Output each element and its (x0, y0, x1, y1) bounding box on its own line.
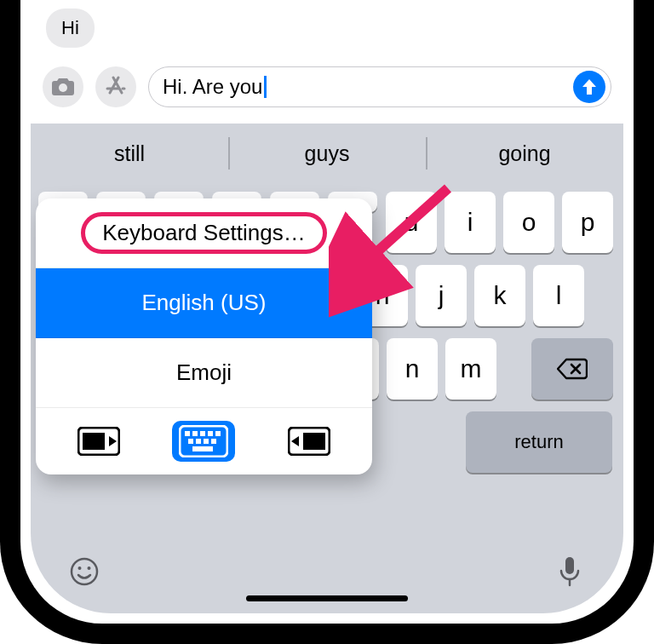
svg-point-18 (78, 566, 82, 570)
key-n[interactable]: n (387, 338, 438, 400)
svg-rect-20 (565, 557, 574, 574)
camera-button[interactable] (43, 66, 83, 107)
key-u[interactable]: u (386, 192, 437, 253)
app-drawer-button[interactable] (95, 66, 136, 107)
backspace-icon (557, 358, 588, 380)
svg-rect-12 (211, 439, 216, 444)
keyboard-switcher-popover: Keyboard Settings… English (US) Emoji (36, 198, 372, 474)
smile-icon (69, 556, 100, 587)
key-o[interactable]: o (503, 192, 554, 253)
camera-icon (51, 78, 75, 96)
appstore-icon (103, 74, 129, 100)
mode-full[interactable] (172, 421, 235, 462)
send-button[interactable] (573, 71, 605, 103)
svg-point-19 (88, 566, 91, 570)
svg-rect-11 (204, 439, 209, 444)
message-composer: Hi. Are you (31, 61, 623, 112)
keyboard-left-icon (77, 427, 120, 456)
svg-rect-4 (185, 431, 190, 436)
keyboard-full-icon (179, 425, 228, 457)
backspace-key[interactable] (531, 338, 613, 400)
suggestion-1[interactable]: still (31, 124, 228, 183)
microphone-icon (559, 555, 581, 588)
key-j[interactable]: j (416, 265, 467, 326)
svg-rect-5 (192, 431, 198, 436)
conversation-area: Hi Hi. Are you (31, 0, 623, 124)
svg-rect-8 (215, 431, 221, 436)
keyboard-bottom-bar (31, 547, 623, 613)
mode-left-handed[interactable] (67, 421, 130, 462)
keyboard-area: still guys going u i o p h j k l b n (31, 124, 623, 613)
arrow-up-icon (581, 78, 598, 96)
key-m[interactable]: m (445, 338, 496, 400)
popover-item-english[interactable]: English (US) (36, 268, 372, 338)
predictive-bar: still guys going (31, 124, 623, 183)
svg-rect-7 (208, 431, 213, 436)
suggestion-3[interactable]: going (426, 124, 623, 183)
key-p[interactable]: p (562, 192, 613, 253)
svg-rect-9 (188, 439, 193, 444)
text-caret (264, 76, 267, 98)
incoming-message-bubble: Hi (46, 9, 95, 48)
suggestion-2[interactable]: guys (228, 124, 426, 183)
svg-rect-15 (303, 433, 325, 450)
svg-rect-6 (200, 431, 205, 436)
dictation-button[interactable] (547, 549, 593, 595)
popover-item-settings[interactable]: Keyboard Settings… (36, 198, 372, 268)
phone-frame: Hi Hi. Are you (0, 0, 654, 644)
svg-point-17 (72, 559, 97, 584)
svg-point-0 (59, 83, 67, 92)
emoji-button[interactable] (61, 549, 107, 595)
message-input[interactable]: Hi. Are you (148, 66, 611, 107)
svg-rect-13 (192, 446, 213, 451)
mode-right-handed[interactable] (278, 421, 341, 462)
return-key[interactable]: return (466, 411, 612, 473)
key-k[interactable]: k (474, 265, 525, 326)
popover-handed-modes (36, 408, 372, 474)
popover-item-emoji[interactable]: Emoji (36, 338, 372, 408)
key-i[interactable]: i (445, 192, 496, 253)
keyboard-right-icon (288, 427, 330, 456)
key-l[interactable]: l (533, 265, 584, 326)
message-input-text: Hi. Are you (163, 75, 566, 99)
home-indicator[interactable] (246, 595, 408, 601)
svg-rect-2 (83, 433, 105, 450)
annotation-highlight: Keyboard Settings… (81, 212, 326, 254)
svg-rect-10 (196, 439, 201, 444)
screen: Hi Hi. Are you (31, 0, 623, 613)
